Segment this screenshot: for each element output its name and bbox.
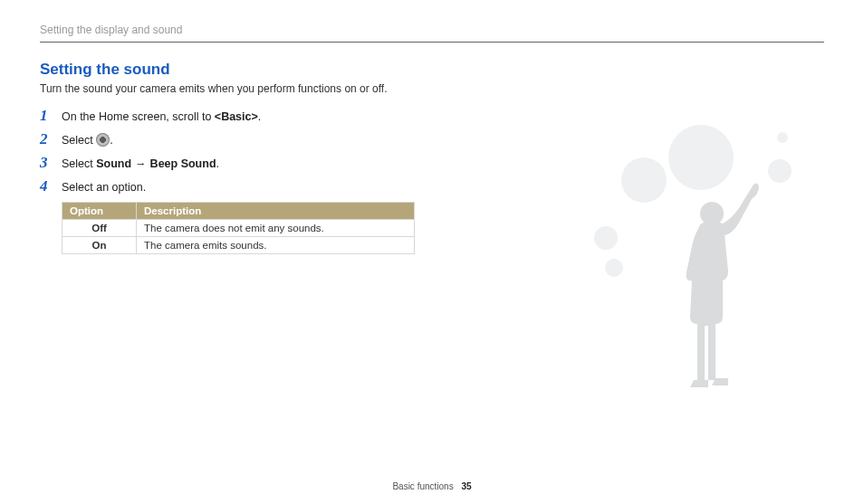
step-number: 4 [40, 178, 56, 195]
options-table: Option Description Off The camera does n… [62, 202, 415, 254]
settings-icon [96, 133, 110, 147]
step-2-post: . [110, 134, 112, 147]
step-3-post: . [216, 157, 219, 170]
option-name: Off [62, 220, 137, 237]
step-2: Select . [62, 131, 824, 149]
running-header: Setting the display and sound [40, 24, 824, 36]
table-header-description: Description [137, 203, 415, 220]
table-header-option: Option [62, 203, 137, 220]
table-row: On The camera emits sounds. [62, 237, 415, 254]
step-2-pre: Select [62, 134, 96, 147]
step-list: 1 On the Home screen, scroll to <Basic>.… [40, 108, 824, 196]
step-number: 1 [40, 108, 56, 124]
step-3: Select Sound→Beep Sound. [62, 155, 824, 173]
header-rule [40, 42, 824, 43]
option-desc: The camera emits sounds. [137, 237, 415, 254]
table-row: Off The camera does not emit any sounds. [62, 220, 415, 237]
step-1-pre: On the Home screen, scroll to [62, 110, 215, 123]
step-number: 3 [40, 155, 56, 171]
svg-point-0 [700, 202, 724, 225]
arrow-icon: → [135, 157, 147, 170]
step-1-bold: <Basic> [215, 110, 258, 123]
option-desc: The camera does not emit any sounds. [137, 220, 415, 237]
step-3-bold1: Sound [96, 157, 131, 170]
bubble-icon [605, 259, 623, 277]
page-footer: Basic functions 35 [0, 481, 864, 491]
page-number: 35 [461, 481, 471, 491]
section-title: Setting the sound [40, 61, 824, 79]
step-1-post: . [258, 110, 261, 123]
option-name: On [62, 237, 137, 254]
person-icon [658, 172, 766, 389]
step-1: On the Home screen, scroll to <Basic>. [62, 108, 824, 126]
footer-section: Basic functions [392, 481, 453, 491]
step-number: 2 [40, 131, 56, 147]
step-4: Select an option. [62, 178, 824, 196]
bubble-icon [594, 226, 618, 250]
intro-text: Turn the sound your camera emits when yo… [40, 82, 824, 95]
step-3-pre: Select [62, 157, 96, 170]
step-3-bold2: Beep Sound [150, 157, 216, 170]
